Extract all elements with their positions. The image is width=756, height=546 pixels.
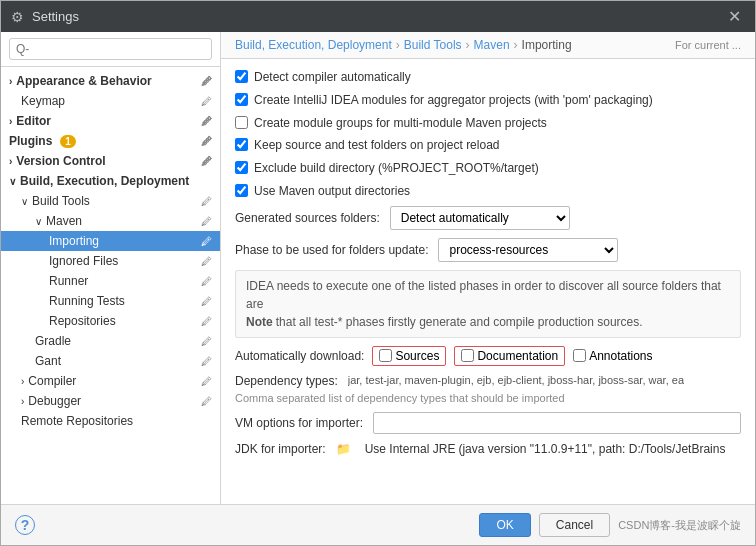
create-module-groups-checkbox[interactable] xyxy=(235,116,248,129)
sidebar-item-label: Editor xyxy=(16,114,51,128)
content-area: Detect compiler automatically Create Int… xyxy=(221,59,755,504)
search-input[interactable] xyxy=(9,38,212,60)
vm-options-label: VM options for importer: xyxy=(235,416,363,430)
sidebar-item-version-control[interactable]: › Version Control 🖉 xyxy=(1,151,220,171)
repo-icon: 🖉 xyxy=(201,195,212,207)
chevron-icon: › xyxy=(21,376,24,387)
sidebar-item-label: Running Tests xyxy=(49,294,125,308)
sources-label: Sources xyxy=(395,349,439,363)
sidebar-item-compiler[interactable]: › Compiler 🖉 xyxy=(1,371,220,391)
right-panel: Build, Execution, Deployment › Build Too… xyxy=(221,32,755,504)
plugins-badge: 1 xyxy=(60,135,76,148)
breadcrumb-sep-3: › xyxy=(514,38,518,52)
ok-button[interactable]: OK xyxy=(479,513,530,537)
sidebar-item-debugger[interactable]: › Debugger 🖉 xyxy=(1,391,220,411)
repo-icon: 🖉 xyxy=(201,215,212,227)
breadcrumb-part-1[interactable]: Build, Execution, Deployment xyxy=(235,38,392,52)
keep-source-checkbox[interactable] xyxy=(235,138,248,151)
sidebar-item-running-tests[interactable]: Running Tests 🖉 xyxy=(1,291,220,311)
phase-label: Phase to be used for folders update: xyxy=(235,243,428,257)
main-content: › Appearance & Behavior 🖉 Keymap 🖉 › Edi… xyxy=(1,32,755,504)
jdk-icon: 📁 xyxy=(336,442,351,456)
breadcrumb-part-3[interactable]: Maven xyxy=(474,38,510,52)
sidebar-item-editor[interactable]: › Editor 🖉 xyxy=(1,111,220,131)
chevron-icon: › xyxy=(9,76,12,87)
documentation-checkbox[interactable] xyxy=(461,349,474,362)
chevron-icon: ∨ xyxy=(9,176,16,187)
note-label: Note xyxy=(246,315,273,329)
phase-select[interactable]: process-resources generate-sources initi… xyxy=(438,238,618,262)
sidebar-item-label: Version Control xyxy=(16,154,105,168)
help-button[interactable]: ? xyxy=(15,515,35,535)
cancel-button[interactable]: Cancel xyxy=(539,513,610,537)
sidebar: › Appearance & Behavior 🖉 Keymap 🖉 › Edi… xyxy=(1,32,221,504)
note-text: that all test-* phases firstly generate … xyxy=(276,315,643,329)
keep-source-row: Keep source and test folders on project … xyxy=(235,137,741,154)
auto-dl-row: Automatically download: Sources Document… xyxy=(235,346,741,366)
dep-types-label: Dependency types: xyxy=(235,374,338,388)
sidebar-item-appearance[interactable]: › Appearance & Behavior 🖉 xyxy=(1,71,220,91)
chevron-icon: › xyxy=(21,396,24,407)
repo-icon: 🖉 xyxy=(201,275,212,287)
sidebar-item-ignored-files[interactable]: Ignored Files 🖉 xyxy=(1,251,220,271)
generated-sources-row: Generated sources folders: Detect automa… xyxy=(235,206,741,230)
breadcrumb-part-2[interactable]: Build Tools xyxy=(404,38,462,52)
sidebar-item-plugins[interactable]: Plugins 1 🖉 xyxy=(1,131,220,151)
documentation-label: Documentation xyxy=(477,349,558,363)
watermark: CSDN博客-我是波睬个旋 xyxy=(618,518,741,533)
create-module-groups-label: Create module groups for multi-module Ma… xyxy=(254,115,547,132)
dialog-footer: ? OK Cancel CSDN博客-我是波睬个旋 xyxy=(1,504,755,545)
for-current-text: For current ... xyxy=(675,39,741,51)
sources-checkbox[interactable] xyxy=(379,349,392,362)
chevron-icon: › xyxy=(9,156,12,167)
breadcrumb-sep-1: › xyxy=(396,38,400,52)
generated-sources-select[interactable]: Detect automatically None xyxy=(390,206,570,230)
exclude-build-label: Exclude build directory (%PROJECT_ROOT%/… xyxy=(254,160,539,177)
sidebar-item-repositories[interactable]: Repositories 🖉 xyxy=(1,311,220,331)
settings-icon: ⚙ xyxy=(11,9,24,25)
close-button[interactable]: ✕ xyxy=(724,7,745,26)
chevron-icon: ∨ xyxy=(35,216,42,227)
create-intellij-checkbox[interactable] xyxy=(235,93,248,106)
sidebar-item-gradle[interactable]: Gradle 🖉 xyxy=(1,331,220,351)
sidebar-item-importing[interactable]: Importing 🖉 xyxy=(1,231,220,251)
exclude-build-row: Exclude build directory (%PROJECT_ROOT%/… xyxy=(235,160,741,177)
repo-icon: 🖉 xyxy=(201,395,212,407)
sidebar-item-build-tools[interactable]: ∨ Build Tools 🖉 xyxy=(1,191,220,211)
info-block: IDEA needs to execute one of the listed … xyxy=(235,270,741,338)
search-box xyxy=(1,32,220,67)
sidebar-item-label: Gradle xyxy=(35,334,71,348)
sources-checkbox-item: Sources xyxy=(372,346,446,366)
sidebar-item-remote-repo[interactable]: Remote Repositories xyxy=(1,411,220,431)
repo-icon: 🖉 xyxy=(201,375,212,387)
sidebar-item-runner[interactable]: Runner 🖉 xyxy=(1,271,220,291)
use-maven-output-row: Use Maven output directories xyxy=(235,183,741,200)
repo-icon: 🖉 xyxy=(201,255,212,267)
chevron-icon: ∨ xyxy=(21,196,28,207)
breadcrumb: Build, Execution, Deployment › Build Too… xyxy=(221,32,755,59)
repo-icon: 🖉 xyxy=(201,335,212,347)
sidebar-item-label: Maven xyxy=(46,214,82,228)
repo-icon: 🖉 xyxy=(201,115,212,127)
use-maven-output-checkbox[interactable] xyxy=(235,184,248,197)
exclude-build-checkbox[interactable] xyxy=(235,161,248,174)
dialog-title: Settings xyxy=(32,9,716,24)
detect-compiler-checkbox[interactable] xyxy=(235,70,248,83)
settings-dialog: ⚙ Settings ✕ › Appearance & Behavior 🖉 K… xyxy=(0,0,756,546)
sidebar-item-keymap[interactable]: Keymap 🖉 xyxy=(1,91,220,111)
breadcrumb-part-4: Importing xyxy=(522,38,572,52)
sidebar-item-label: Remote Repositories xyxy=(21,414,133,428)
dep-types-row: Dependency types: jar, test-jar, maven-p… xyxy=(235,374,741,388)
sidebar-item-maven[interactable]: ∨ Maven 🖉 xyxy=(1,211,220,231)
annotations-checkbox[interactable] xyxy=(573,349,586,362)
repo-icon: 🖉 xyxy=(201,295,212,307)
sidebar-item-build-execution[interactable]: ∨ Build, Execution, Deployment xyxy=(1,171,220,191)
dep-types-value: jar, test-jar, maven-plugin, ejb, ejb-cl… xyxy=(348,374,684,386)
sidebar-tree: › Appearance & Behavior 🖉 Keymap 🖉 › Edi… xyxy=(1,67,220,504)
vm-options-input[interactable] xyxy=(373,412,741,434)
sidebar-item-gant[interactable]: Gant 🖉 xyxy=(1,351,220,371)
create-intellij-row: Create IntelliJ IDEA modules for aggrega… xyxy=(235,92,741,109)
info-text: IDEA needs to execute one of the listed … xyxy=(246,279,721,311)
sidebar-item-label: Importing xyxy=(49,234,99,248)
sidebar-item-label: Repositories xyxy=(49,314,116,328)
